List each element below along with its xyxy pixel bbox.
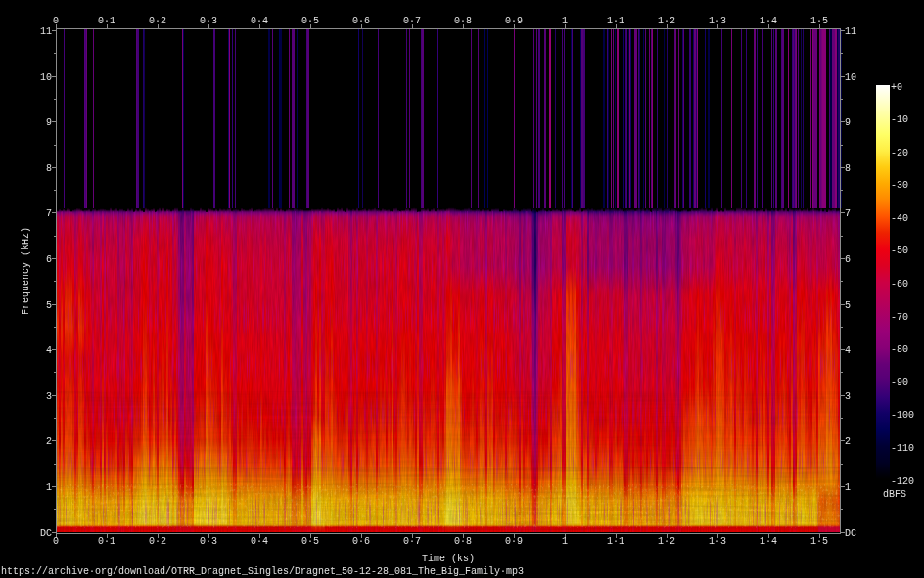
svg-text:0·8: 0·8 [454, 536, 472, 547]
svg-text:5: 5 [845, 300, 851, 311]
svg-text:1·3: 1·3 [709, 536, 726, 547]
svg-text:DC: DC [845, 528, 856, 539]
svg-text:7: 7 [845, 208, 851, 219]
svg-text:8: 8 [845, 163, 851, 174]
svg-text:-50: -50 [891, 245, 908, 256]
svg-text:3: 3 [46, 391, 52, 402]
svg-text:-70: -70 [891, 312, 908, 323]
svg-text:4: 4 [46, 345, 52, 356]
svg-text:Time (ks): Time (ks) [422, 554, 475, 564]
svg-text:DC: DC [40, 528, 52, 539]
svg-text:1: 1 [845, 482, 851, 493]
svg-text:Frequency (kHz): Frequency (kHz) [21, 227, 31, 315]
svg-text:0·4: 0·4 [251, 536, 268, 547]
svg-text:0·8: 0·8 [454, 16, 472, 26]
svg-text:0·5: 0·5 [301, 16, 319, 26]
svg-text:1·5: 1·5 [810, 536, 828, 547]
svg-text:1·5: 1·5 [810, 16, 828, 26]
svg-text:-20: -20 [891, 148, 908, 158]
svg-text:10: 10 [40, 72, 52, 83]
svg-text:1: 1 [46, 482, 52, 493]
svg-text:1·3: 1·3 [709, 16, 726, 26]
svg-text:1·2: 1·2 [658, 16, 675, 26]
svg-text:0·6: 0·6 [352, 16, 370, 26]
svg-text:dBFS: dBFS [883, 489, 906, 500]
svg-text:0·9: 0·9 [505, 536, 523, 547]
svg-text:1·2: 1·2 [658, 536, 675, 547]
svg-text:1: 1 [562, 536, 568, 547]
svg-text:0·6: 0·6 [352, 536, 370, 547]
svg-text:11: 11 [845, 26, 856, 37]
svg-text:0·7: 0·7 [403, 16, 421, 26]
svg-text:0·4: 0·4 [251, 16, 268, 26]
svg-text:0·3: 0·3 [200, 536, 217, 547]
svg-text:-90: -90 [891, 378, 908, 388]
svg-text:6: 6 [845, 254, 851, 265]
svg-text:-60: -60 [891, 279, 908, 289]
svg-text:10: 10 [845, 72, 856, 83]
svg-text:2: 2 [46, 436, 52, 447]
svg-text:-120: -120 [891, 476, 914, 487]
svg-text:0·1: 0·1 [98, 536, 116, 547]
svg-text:0·5: 0·5 [301, 536, 319, 547]
svg-text:0: 0 [53, 536, 59, 547]
svg-text:1: 1 [562, 16, 568, 26]
svg-text:https://archive·org/download/O: https://archive·org/download/OTRR_Dragne… [1, 566, 524, 577]
svg-text:0·2: 0·2 [149, 16, 166, 26]
svg-text:1·4: 1·4 [760, 16, 777, 26]
svg-text:6: 6 [46, 254, 52, 265]
svg-text:+0: +0 [891, 82, 902, 93]
svg-text:-100: -100 [891, 410, 914, 421]
svg-text:0·3: 0·3 [200, 16, 217, 26]
svg-text:9: 9 [845, 117, 851, 128]
svg-text:1·4: 1·4 [760, 536, 777, 547]
svg-text:0·2: 0·2 [149, 536, 166, 547]
svg-text:5: 5 [46, 300, 52, 311]
svg-text:2: 2 [845, 436, 851, 447]
svg-text:4: 4 [845, 345, 851, 356]
svg-text:7: 7 [46, 208, 52, 219]
svg-text:-10: -10 [891, 114, 908, 125]
svg-text:-30: -30 [891, 180, 908, 191]
svg-text:1·1: 1·1 [607, 536, 624, 547]
svg-text:11: 11 [40, 26, 52, 37]
svg-text:0·9: 0·9 [505, 16, 523, 26]
svg-text:9: 9 [46, 117, 52, 128]
svg-text:-40: -40 [891, 213, 908, 224]
svg-text:3: 3 [845, 391, 851, 402]
svg-text:-80: -80 [891, 344, 908, 355]
svg-text:0·7: 0·7 [403, 536, 421, 547]
svg-text:1·1: 1·1 [607, 16, 624, 26]
svg-text:8: 8 [46, 163, 52, 174]
svg-text:0·1: 0·1 [98, 16, 116, 26]
svg-text:-110: -110 [891, 443, 914, 454]
svg-text:0: 0 [53, 16, 59, 26]
